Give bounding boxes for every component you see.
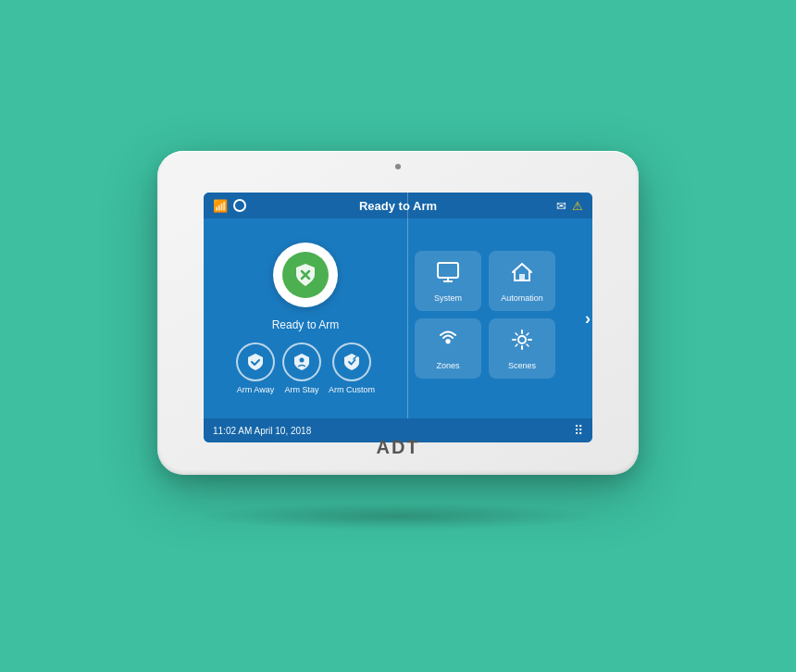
svg-line-15 — [527, 333, 529, 335]
automation-label: Automation — [501, 293, 543, 303]
zones-label: Zones — [436, 361, 459, 370]
ready-to-arm-label: Ready to Arm — [272, 318, 340, 331]
ready-to-arm-button[interactable] — [273, 243, 338, 307]
arm-custom-icon — [342, 352, 362, 372]
status-bar: 📶 Ready to Arm ✉ ⚠ — [204, 193, 592, 218]
warning-icon: ⚠ — [572, 199, 583, 213]
arm-stay-circle — [282, 342, 321, 381]
status-title: Ready to Arm — [359, 199, 437, 213]
circle-indicator-icon — [233, 199, 246, 212]
arm-away-button[interactable]: Arm Away — [236, 342, 275, 394]
status-left-icons: 📶 — [213, 199, 246, 213]
automation-tile[interactable]: Automation — [489, 251, 555, 311]
arm-circle-inner — [282, 252, 329, 298]
system-icon — [436, 260, 460, 290]
monitor-icon — [436, 260, 460, 284]
time-display: 11:02 AM April 10, 2018 — [213, 426, 311, 436]
scenes-tile[interactable]: Scenes — [489, 318, 555, 379]
device-body: 📶 Ready to Arm ✉ ⚠ — [157, 151, 639, 475]
arm-buttons-row: Arm Away Arm Stay — [236, 342, 375, 394]
zones-icon — [436, 328, 460, 357]
arm-away-circle — [236, 342, 275, 381]
status-right-icons: ✉ ⚠ — [556, 199, 583, 213]
camera-dot — [395, 164, 401, 169]
arm-away-icon — [245, 352, 266, 372]
device-shadow — [194, 503, 602, 530]
main-content: Ready to Arm Arm Away — [204, 218, 592, 418]
grid-row-2: Zones — [415, 318, 585, 379]
shield-x-icon — [292, 262, 318, 288]
left-panel: Ready to Arm Arm Away — [204, 218, 407, 418]
home-icon — [510, 260, 534, 284]
arm-custom-circle — [332, 342, 371, 381]
wifi-icon: 📶 — [213, 199, 228, 213]
scenes-icon — [510, 328, 534, 357]
system-tile[interactable]: System — [415, 251, 481, 311]
arm-away-label: Arm Away — [237, 385, 274, 394]
device-wrapper: 📶 Ready to Arm ✉ ⚠ — [157, 151, 639, 493]
arm-custom-label: Arm Custom — [329, 385, 375, 394]
automation-icon — [510, 260, 534, 290]
arm-stay-icon — [292, 352, 312, 372]
mail-icon: ✉ — [556, 199, 566, 213]
grid-row-1: System Automation — [415, 251, 585, 311]
wifi-zones-icon — [436, 328, 460, 352]
svg-rect-3 — [438, 263, 458, 278]
adt-logo: ADT — [376, 437, 419, 458]
svg-point-8 — [518, 336, 526, 343]
arm-stay-label: Arm Stay — [284, 385, 318, 394]
arm-stay-button[interactable]: Arm Stay — [282, 342, 321, 394]
screen: 📶 Ready to Arm ✉ ⚠ — [204, 193, 592, 442]
grid-menu-icon[interactable]: ⠿ — [574, 423, 583, 438]
zones-tile[interactable]: Zones — [415, 318, 481, 379]
sun-settings-icon — [510, 328, 534, 352]
chevron-right-icon[interactable]: › — [585, 309, 591, 329]
svg-rect-6 — [519, 274, 525, 280]
svg-line-14 — [527, 344, 529, 346]
svg-line-13 — [516, 333, 517, 335]
svg-line-16 — [516, 344, 517, 346]
right-panel: System Automation — [407, 218, 592, 418]
arm-custom-button[interactable]: Arm Custom — [329, 342, 375, 394]
scenes-label: Scenes — [508, 361, 536, 370]
svg-point-2 — [299, 358, 304, 363]
system-label: System — [434, 293, 462, 303]
